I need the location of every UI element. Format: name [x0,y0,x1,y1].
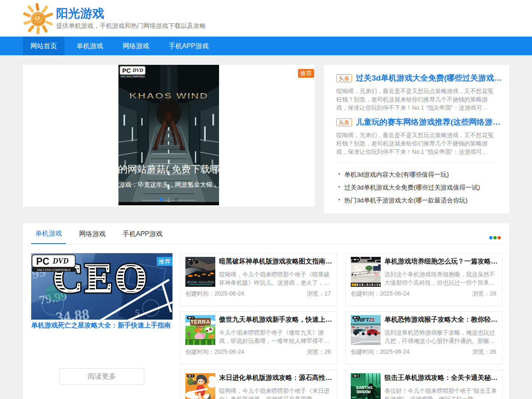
svg-text:SHADOW: SHADOW [356,389,371,394]
svg-text:FARM: FARM [197,325,204,328]
svg-text:ONLY DVD COMPATIBLE: ONLY DVD COMPATIBLE [121,75,145,78]
svg-text:DVD: DVD [52,257,69,265]
svg-text:ONLY DVD COMPATIBLE: ONLY DVD COMPATIBLE [37,268,70,271]
svg-text:IRON GUARD: IRON GUARD [187,280,214,284]
svg-text:DVD: DVD [132,67,143,73]
svg-text:KHAOS WIND: KHAOS WIND [129,91,208,100]
svg-text:PC: PC [36,256,49,267]
svg-text:PC: PC [122,67,131,74]
svg-text:TERRA: TERRA [190,319,210,325]
